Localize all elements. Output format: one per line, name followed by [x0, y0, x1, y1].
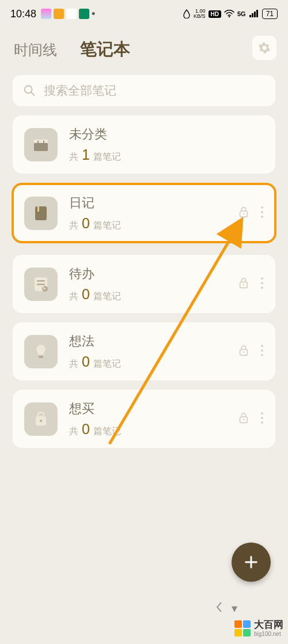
svg-point-15 [261, 206, 263, 209]
watermark-name: 大百网 [254, 620, 283, 631]
svg-rect-4 [256, 10, 258, 17]
notebook-card[interactable]: 待办共0篇笔记 [13, 255, 275, 313]
notebook-icon [24, 335, 58, 368]
notebook-actions [237, 277, 264, 292]
notebook-list: 未分类共1篇笔记日记共0篇笔记待办共0篇笔记想法共0篇笔记想买共0篇笔记 [0, 115, 288, 448]
more-icon[interactable] [260, 412, 264, 427]
notebook-actions [237, 206, 264, 221]
notebook-card[interactable]: 未分类共1篇笔记 [13, 115, 275, 174]
hd-icon: HD [209, 10, 221, 18]
status-right: 1.00 KB/S HD 5G 71 [183, 9, 278, 19]
svg-point-34 [40, 420, 42, 422]
notebook-icon [24, 128, 58, 161]
tab-notebook[interactable]: 笔记本 [80, 38, 130, 61]
svg-point-16 [261, 211, 263, 213]
battery-indicator: 71 [262, 9, 278, 19]
status-kbs: 1.00 KB/S [194, 9, 206, 19]
notebook-card[interactable]: 想买共0篇笔记 [13, 390, 275, 448]
svg-point-29 [243, 351, 245, 353]
notebook-card[interactable]: 想法共0篇笔记 [13, 322, 275, 381]
settings-button[interactable] [252, 36, 276, 60]
notebook-body: 想买共0篇笔记 [69, 400, 226, 438]
more-icon[interactable] [260, 206, 264, 221]
notebook-title: 想法 [69, 333, 226, 350]
watermark-url: big100.net [254, 631, 283, 637]
gear-icon [258, 42, 271, 54]
notebook-card[interactable]: 日记共0篇笔记 [13, 184, 275, 242]
more-icon[interactable] [260, 344, 264, 359]
svg-rect-19 [37, 280, 45, 282]
lock-icon[interactable] [237, 206, 250, 221]
svg-point-30 [261, 345, 263, 347]
signal-icon [249, 10, 259, 18]
notebook-body: 日记共0篇笔记 [69, 194, 226, 232]
notebook-title: 待办 [69, 265, 226, 283]
notebook-subtitle: 共1篇笔记 [69, 146, 252, 163]
svg-point-38 [261, 417, 263, 419]
notebook-subtitle: 共0篇笔记 [69, 215, 226, 232]
svg-rect-27 [39, 356, 43, 358]
search-icon [23, 84, 36, 97]
status-time: 10:48 [10, 8, 36, 20]
lock-icon[interactable] [237, 412, 250, 427]
svg-rect-7 [34, 143, 48, 151]
notebook-title: 想买 [69, 400, 226, 417]
tab-timeline[interactable]: 时间线 [14, 40, 57, 59]
svg-point-24 [261, 277, 263, 280]
notebook-count: 1 [82, 146, 90, 163]
add-button[interactable] [232, 543, 271, 582]
svg-rect-9 [37, 141, 39, 143]
svg-rect-20 [37, 284, 45, 285]
svg-point-17 [261, 216, 263, 218]
notebook-subtitle: 共0篇笔记 [69, 286, 226, 303]
svg-point-0 [229, 16, 230, 17]
notebook-body: 待办共0篇笔记 [69, 265, 226, 303]
lock-icon[interactable] [237, 277, 250, 292]
svg-point-37 [261, 412, 263, 415]
svg-rect-12 [37, 206, 39, 212]
more-icon[interactable] [260, 277, 264, 292]
svg-point-32 [261, 354, 263, 356]
svg-rect-8 [34, 140, 48, 143]
notebook-actions [237, 412, 264, 427]
drop-icon [183, 9, 191, 18]
watermark-logo [234, 620, 251, 637]
status-bar: 10:48 • 1.00 KB/S HD 5G 71 [0, 0, 288, 28]
notebook-count: 0 [82, 353, 90, 370]
lock-icon[interactable] [237, 344, 250, 359]
notebook-title: 日记 [69, 194, 226, 212]
plus-icon [243, 554, 259, 570]
notebook-body: 未分类共1篇笔记 [69, 126, 252, 163]
search-bar[interactable]: 搜索全部笔记 [13, 75, 275, 106]
notebook-title: 未分类 [69, 126, 252, 143]
notebook-icon [24, 197, 58, 230]
tab-bar: 时间线 笔记本 [0, 28, 288, 71]
svg-point-39 [261, 421, 263, 424]
notebook-icon [24, 268, 58, 301]
svg-rect-1 [249, 15, 251, 17]
svg-rect-10 [43, 141, 44, 143]
notebook-actions [237, 344, 264, 359]
chevron-left-icon [215, 601, 223, 613]
status-left: 10:48 • [10, 8, 95, 20]
svg-rect-3 [254, 12, 256, 17]
wifi-icon [224, 10, 234, 18]
nav-hint: ▾ [215, 601, 237, 615]
notebook-body: 想法共0篇笔记 [69, 333, 226, 370]
svg-rect-11 [35, 206, 47, 220]
notebook-icon [24, 402, 58, 436]
notebook-subtitle: 共0篇笔记 [69, 353, 226, 370]
notebook-count: 0 [82, 215, 90, 232]
notebook-count: 0 [82, 286, 90, 303]
svg-point-31 [261, 349, 263, 352]
notebook-subtitle: 共0篇笔记 [69, 421, 226, 438]
svg-line-6 [31, 92, 35, 96]
svg-point-26 [261, 287, 263, 289]
svg-point-25 [261, 282, 263, 284]
svg-point-36 [243, 419, 245, 420]
notebook-count: 0 [82, 421, 90, 438]
svg-point-23 [243, 284, 245, 285]
svg-point-14 [243, 213, 245, 214]
watermark: 大百网 big100.net [234, 620, 283, 637]
status-app-icons: • [41, 8, 95, 20]
